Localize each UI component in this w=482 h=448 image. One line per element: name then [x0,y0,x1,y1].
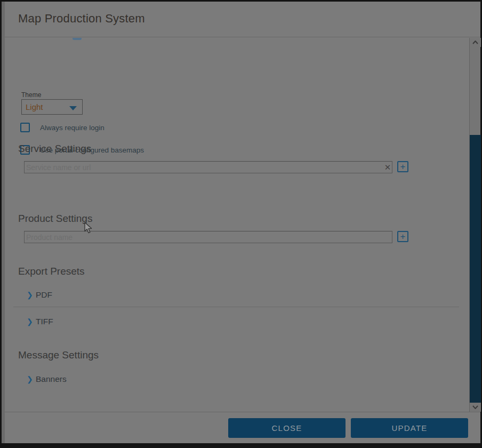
theme-label: Theme [21,91,41,99]
chevron-up-icon [472,41,478,44]
product-name-input[interactable] [24,231,392,243]
vertical-scrollbar[interactable] [469,38,480,412]
chevron-right-icon: ❯ [27,317,33,326]
service-name-input[interactable] [24,161,392,173]
export-preset-tiff-label: TIFF [36,317,53,326]
dialog-content: Theme Light Always require login Use por… [5,38,469,412]
update-button[interactable]: UPDATE [351,418,468,438]
scroll-up-button[interactable] [470,38,481,47]
dialog-title: Map Production System [18,12,145,26]
caret-down-icon [69,106,77,110]
message-settings-heading: Message Settings [18,349,99,361]
chevron-right-icon: ❯ [27,375,33,383]
banners-label: Banners [36,374,67,384]
always-require-login-checkbox[interactable] [20,123,30,132]
divider [13,307,459,307]
close-button[interactable]: CLOSE [228,418,346,438]
scrollbar-thumb[interactable] [470,135,481,404]
chevron-right-icon: ❯ [27,291,33,299]
dialog-footer: CLOSE UPDATE [5,412,480,443]
theme-select-value: Light [26,102,43,111]
map-production-system-dialog: Map Production System Theme Light Always… [5,2,480,443]
always-require-login-label: Always require login [40,124,105,132]
dialog-header: Map Production System [5,2,480,37]
clear-icon[interactable]: ✕ [381,161,394,173]
scroll-down-button[interactable] [470,403,481,412]
chevron-down-icon [472,405,478,409]
screenshot-root: Map Production System Theme Light Always… [0,0,482,448]
service-settings-heading: Service Settings [18,143,91,155]
product-settings-heading: Product Settings [18,213,92,225]
export-presets-heading: Export Presets [18,266,85,277]
theme-select[interactable]: Light [21,99,83,115]
add-service-button[interactable]: + [397,161,408,172]
export-preset-pdf-label: PDF [36,290,52,300]
add-product-button[interactable]: + [397,231,408,242]
